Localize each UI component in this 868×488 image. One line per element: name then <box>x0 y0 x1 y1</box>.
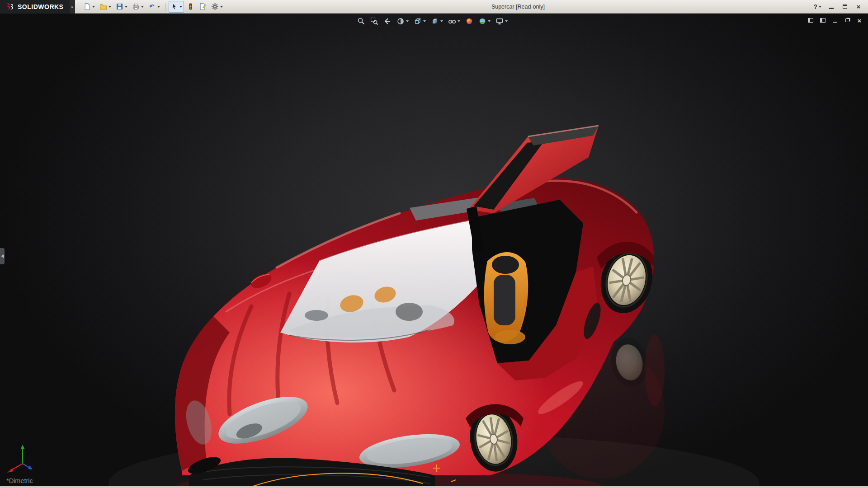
edit-appearance-button[interactable] <box>463 16 476 27</box>
previous-view-button[interactable] <box>381 16 394 27</box>
doc-restore-button[interactable] <box>842 16 852 25</box>
solidworks-window: SOLIDWORKS ▸ <box>0 0 868 488</box>
minimize-icon <box>829 8 834 9</box>
titlebar: SOLIDWORKS ▸ <box>0 0 868 14</box>
section-view-button[interactable] <box>394 16 411 27</box>
solidworks-logo: SOLIDWORKS <box>0 0 70 14</box>
document-title: Supercar [Read-only] <box>225 4 811 10</box>
view-orientation-label: *Dimetric <box>6 477 33 484</box>
pane-left-button[interactable] <box>806 16 816 25</box>
headsup-view-toolbar <box>355 16 510 27</box>
maximize-icon <box>843 5 847 9</box>
close-icon: × <box>857 3 861 10</box>
view-settings-button[interactable] <box>493 16 510 27</box>
doc-restore-icon <box>845 19 849 22</box>
titlebar-controls: ? × <box>811 1 868 13</box>
brand-text: SOLIDWORKS <box>18 3 63 10</box>
open-button[interactable] <box>98 1 113 13</box>
new-document-button[interactable] <box>81 1 97 13</box>
status-bar <box>0 486 868 488</box>
zoom-to-area-button[interactable] <box>368 16 381 27</box>
doc-close-button[interactable]: × <box>854 16 864 25</box>
3d-scene[interactable] <box>0 14 868 488</box>
doc-close-icon: × <box>858 17 862 24</box>
menu-expander[interactable]: ▸ <box>70 0 75 14</box>
reference-triad[interactable] <box>5 443 38 476</box>
dassault-3ds-icon <box>5 3 14 11</box>
collapse-left-icon <box>1 254 4 258</box>
pane-split-button[interactable] <box>818 16 828 25</box>
toolbar-separator <box>165 3 165 11</box>
doc-minimize-icon <box>833 22 837 23</box>
headrest <box>492 256 519 274</box>
doc-minimize-button[interactable] <box>830 16 840 25</box>
rebuild-button[interactable] <box>185 1 196 13</box>
maximize-button[interactable] <box>839 2 851 11</box>
hide-show-items-button[interactable] <box>446 16 462 27</box>
undo-button[interactable] <box>146 1 162 13</box>
graphics-viewport[interactable]: × *Dimetric <box>0 14 868 488</box>
view-orientation-button[interactable] <box>411 16 428 27</box>
minimize-button[interactable] <box>826 2 837 11</box>
save-button[interactable] <box>114 1 129 13</box>
document-window-controls: × <box>806 16 864 25</box>
feature-tree-collapse-tab[interactable] <box>0 248 5 264</box>
standard-toolbar <box>81 1 225 13</box>
help-label: ? <box>813 3 817 10</box>
zoom-to-fit-button[interactable] <box>355 16 368 27</box>
help-button[interactable]: ? <box>811 1 824 13</box>
select-button[interactable] <box>169 1 184 13</box>
display-style-button[interactable] <box>429 16 445 27</box>
pane-left-icon <box>808 18 813 23</box>
options-button[interactable] <box>209 1 225 13</box>
close-button[interactable]: × <box>853 2 864 11</box>
file-properties-button[interactable] <box>197 1 208 13</box>
apply-scene-button[interactable] <box>476 16 493 27</box>
print-button[interactable] <box>130 1 146 13</box>
y-axis-icon <box>21 445 25 449</box>
pane-split-icon <box>820 18 826 23</box>
